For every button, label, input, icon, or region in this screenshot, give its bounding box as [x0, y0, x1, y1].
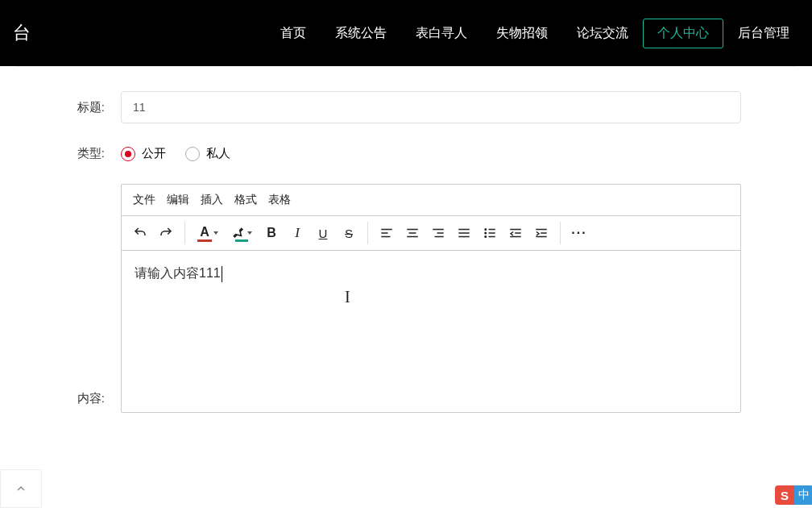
content-label: 内容: [56, 391, 105, 406]
menu-format[interactable]: 格式 [234, 193, 257, 207]
nav-items: 首页 系统公告 表白寻人 失物招领 论坛交流 个人中心 后台管理 [266, 19, 804, 48]
editor-body[interactable]: 请输入内容111 [122, 251, 740, 412]
align-left-button[interactable] [375, 221, 399, 245]
chevron-up-icon [14, 482, 27, 495]
rich-text-editor: 文件 编辑 插入 格式 表格 A B I U S [121, 184, 741, 413]
bold-button[interactable]: B [259, 221, 284, 245]
strikethrough-button[interactable]: S [337, 221, 361, 245]
nav-admin[interactable]: 后台管理 [723, 19, 804, 48]
more-button[interactable]: ··· [567, 221, 591, 245]
menu-table[interactable]: 表格 [268, 193, 291, 207]
nav-lost-found[interactable]: 失物招领 [482, 19, 562, 48]
indent-button[interactable] [529, 221, 553, 245]
bullet-list-button[interactable] [478, 221, 502, 245]
radio-circle-icon [121, 147, 135, 161]
svg-point-16 [485, 236, 487, 238]
undo-button[interactable] [128, 221, 152, 245]
align-center-button[interactable] [400, 221, 425, 245]
radio-private[interactable]: 私人 [185, 146, 230, 161]
text-cursor [222, 266, 222, 282]
chevron-down-icon [213, 231, 218, 235]
italic-button[interactable]: I [285, 221, 309, 245]
menu-insert[interactable]: 插入 [201, 193, 223, 207]
text-color-button[interactable]: A [192, 221, 224, 245]
radio-private-label: 私人 [206, 146, 230, 161]
editor-toolbar: A B I U S [122, 216, 740, 251]
content-row: 内容: 文件 编辑 插入 格式 表格 A B I [56, 184, 756, 413]
form-content: 标题: 类型: 公开 私人 内容: 文件 编辑 插入 格式 表格 [16, 66, 796, 508]
svg-point-12 [485, 229, 487, 231]
editor-menubar: 文件 编辑 插入 格式 表格 [122, 185, 740, 216]
radio-circle-icon [185, 147, 200, 161]
chevron-down-icon [247, 231, 252, 235]
top-navbar: 台 首页 系统公告 表白寻人 失物招领 论坛交流 个人中心 后台管理 [0, 0, 812, 66]
toolbar-separator [184, 222, 185, 244]
type-row: 类型: 公开 私人 [56, 146, 756, 161]
editor-content-text: 请输入内容111 [135, 266, 221, 280]
ime-lang: 中 [794, 485, 812, 505]
toolbar-separator [367, 222, 368, 244]
nav-personal-center[interactable]: 个人中心 [643, 19, 723, 48]
ime-brand-icon: S [775, 485, 794, 505]
type-radio-group: 公开 私人 [121, 146, 230, 161]
scroll-to-top-button[interactable] [0, 469, 42, 508]
underline-button[interactable]: U [311, 221, 335, 245]
menu-file[interactable]: 文件 [133, 193, 155, 207]
ime-indicator[interactable]: S 中 [775, 485, 812, 505]
nav-announcements[interactable]: 系统公告 [321, 19, 401, 48]
title-row: 标题: [56, 91, 756, 123]
nav-home[interactable]: 首页 [266, 19, 321, 48]
title-input[interactable] [121, 91, 741, 123]
highlight-color-button[interactable] [226, 221, 258, 245]
toolbar-separator [560, 222, 561, 244]
site-logo: 台 [8, 21, 31, 45]
nav-confessions[interactable]: 表白寻人 [401, 19, 482, 48]
svg-point-14 [485, 232, 487, 234]
menu-edit[interactable]: 编辑 [167, 193, 189, 207]
type-label: 类型: [56, 146, 105, 161]
align-justify-button[interactable] [452, 221, 476, 245]
outdent-button[interactable] [503, 221, 528, 245]
radio-public[interactable]: 公开 [121, 146, 166, 161]
align-right-button[interactable] [426, 221, 450, 245]
radio-public-label: 公开 [142, 146, 166, 161]
title-label: 标题: [56, 100, 105, 115]
nav-forum[interactable]: 论坛交流 [562, 19, 643, 48]
redo-button[interactable] [154, 221, 178, 245]
